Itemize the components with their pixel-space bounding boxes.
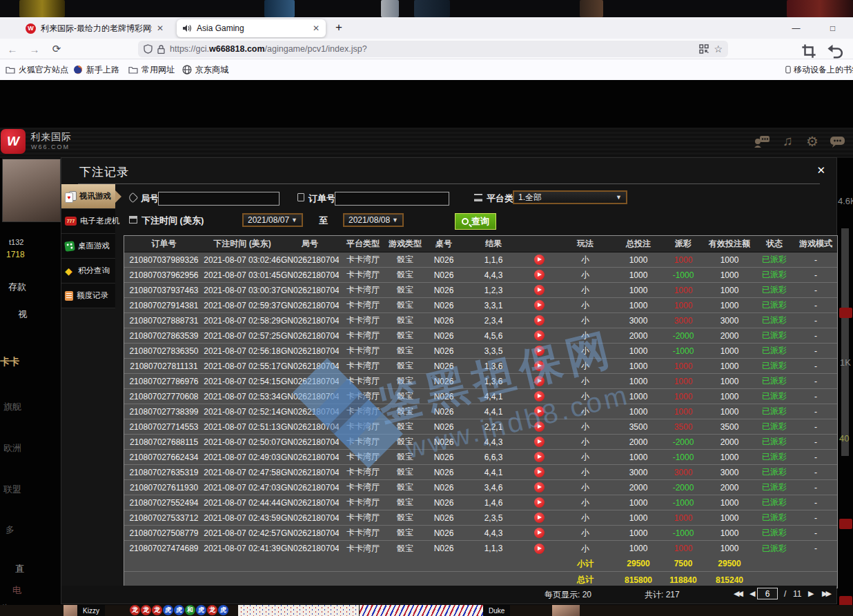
close-tab-icon[interactable]: ✕ [157, 23, 164, 33]
replay-icon[interactable] [534, 285, 545, 295]
result-cell: 4,4,3 [464, 270, 522, 280]
replay-cell [522, 346, 556, 356]
col-header: 局号 [281, 238, 339, 250]
table-row: 210807027714553 2021-08-07 02:51:13 GN02… [124, 419, 837, 435]
sidebar-item-points[interactable]: ◆ 积分查询 [61, 259, 115, 284]
chat-bubble-icon[interactable] [830, 136, 845, 148]
replay-icon[interactable] [534, 528, 545, 538]
undo-arrow-icon[interactable] [827, 43, 843, 59]
sidebar-item-video-games[interactable]: 视讯游戏 [61, 184, 115, 209]
replay-cell [522, 482, 556, 493]
query-button[interactable]: 查询 [455, 213, 496, 230]
sidebar-item-quota-records[interactable]: 额度记录 [61, 284, 115, 308]
total-bet-cell: 1000 [615, 498, 662, 508]
mobile-bookmarks-item[interactable]: 移动设备上的书签 [785, 59, 853, 80]
url-bar[interactable]: https://gci.w668818.com/agingame/pcv1/in… [138, 41, 728, 57]
col-header: 有效投注额 [705, 238, 754, 250]
col-header: 游戏类型 [387, 238, 423, 250]
result-cell: 2,2,1 [464, 422, 522, 432]
page-number-input[interactable]: 6 [757, 588, 778, 599]
background-thumbnail [19, 0, 65, 17]
subtotal-bet: 29500 [615, 559, 662, 568]
date-from-select[interactable]: 2021/08/07 ▼ [242, 213, 303, 227]
replay-icon[interactable] [534, 437, 545, 447]
prev-page-button[interactable]: ◀ [749, 589, 753, 598]
order-no-cell: 210807037962956 [124, 270, 204, 280]
bet-time-cell: 2021-08-07 03:01:45 [204, 270, 281, 280]
last-page-button[interactable]: ▶▶ [822, 589, 830, 598]
bookmark-item[interactable]: 火狐官方站点 [6, 59, 68, 80]
sidebar-item-slots[interactable]: 777 电子老虎机 [61, 209, 115, 234]
back-button[interactable]: ← [4, 41, 21, 57]
screen: W 利来国际-最给力的老牌博彩网站 ✕ Asia Gaming ✕ + — □ … [0, 0, 853, 616]
table-no-cell: N026 [423, 377, 464, 386]
order-no-input[interactable] [335, 192, 449, 206]
derived-road [360, 605, 484, 616]
globe-icon [182, 65, 192, 74]
replay-icon[interactable] [534, 391, 545, 401]
replay-cell [522, 285, 556, 295]
date-to-select[interactable]: 2021/08/08 ▼ [343, 213, 404, 227]
valid-bet-cell: 1000 [705, 392, 754, 401]
bookmark-item[interactable]: 京东商城 [182, 59, 228, 80]
bet-time-cell: 2021-08-07 02:59:37 [204, 301, 281, 310]
replay-icon[interactable] [534, 315, 545, 326]
game-type-cell: 骰宝 [387, 330, 423, 341]
replay-icon[interactable] [534, 346, 545, 356]
customer-service-icon[interactable] [754, 135, 770, 148]
result-cell: 3,3,1 [464, 301, 522, 310]
window-minimize-button[interactable]: — [781, 17, 812, 39]
round-no-cell: GN0262180704G [281, 437, 339, 447]
first-page-button[interactable]: ◀◀ [734, 589, 741, 598]
replay-icon[interactable] [534, 513, 545, 523]
replay-icon[interactable] [534, 544, 545, 554]
qr-code-icon[interactable] [699, 44, 709, 54]
brand-domain: W66.COM [31, 143, 70, 150]
replay-icon[interactable] [534, 270, 545, 280]
calendar-icon [129, 216, 137, 223]
reload-button[interactable]: ⟳ [48, 41, 65, 57]
bookmark-item[interactable]: 新手上路 [73, 59, 119, 80]
replay-icon[interactable] [534, 421, 545, 432]
close-tab-icon[interactable]: ✕ [313, 23, 320, 33]
settings-gear-icon[interactable]: ⚙ [806, 133, 818, 150]
pagination-bar: 每页显示: 20 共计: 217 ◀◀ ◀ 6 / 11 ▶ ▶▶ [61, 586, 836, 604]
replay-icon[interactable] [534, 482, 545, 493]
order-no-cell: 210807027914381 [124, 301, 204, 310]
window-maximize-button[interactable]: □ [817, 17, 848, 39]
modal-close-button[interactable]: ✕ [816, 164, 825, 177]
replay-icon[interactable] [534, 330, 545, 341]
valid-bet-cell: 1000 [705, 361, 754, 371]
forward-button[interactable]: → [26, 41, 43, 57]
col-header: 订单号 [124, 238, 204, 250]
site-logo[interactable]: W [1, 129, 26, 154]
sidebar-item-table-games[interactable]: 桌面游戏 [61, 234, 115, 259]
music-icon[interactable]: ♫ [783, 133, 793, 149]
replay-icon[interactable] [534, 406, 545, 417]
replay-icon[interactable] [534, 255, 545, 265]
payout-cell: -2000 [662, 483, 705, 493]
replay-icon[interactable] [534, 497, 545, 508]
next-page-button[interactable]: ▶ [808, 589, 812, 598]
play-type-cell: 小 [556, 360, 615, 372]
bookmark-item[interactable]: 常用网址 [128, 59, 175, 80]
replay-icon[interactable] [534, 452, 545, 462]
table-no-cell: N026 [423, 513, 464, 523]
order-no-cell: 210807027836350 [124, 346, 204, 356]
tab-w88[interactable]: W 利来国际-最给力的老牌博彩网站 ✕ [19, 19, 170, 37]
brand-name: 利来国际 [30, 131, 72, 143]
replay-icon[interactable] [534, 361, 545, 371]
order-no-cell: 210807027611930 [124, 483, 204, 493]
bet-time-cell: 2021-08-07 02:51:13 [204, 422, 281, 432]
replay-icon[interactable] [534, 467, 545, 477]
tab-asia-gaming[interactable]: Asia Gaming ✕ [177, 19, 326, 37]
replay-icon[interactable] [534, 376, 545, 386]
status-cell: 已派彩 [754, 481, 794, 493]
road-circle: 龙 [152, 605, 162, 615]
round-no-input[interactable] [158, 192, 280, 206]
new-tab-button[interactable]: + [335, 21, 342, 34]
screenshot-crop-icon[interactable] [801, 43, 817, 59]
platform-type-select[interactable]: 1.全部 ▼ [513, 190, 627, 204]
replay-icon[interactable] [534, 300, 545, 310]
bookmark-star-icon[interactable]: ☆ [714, 43, 723, 54]
